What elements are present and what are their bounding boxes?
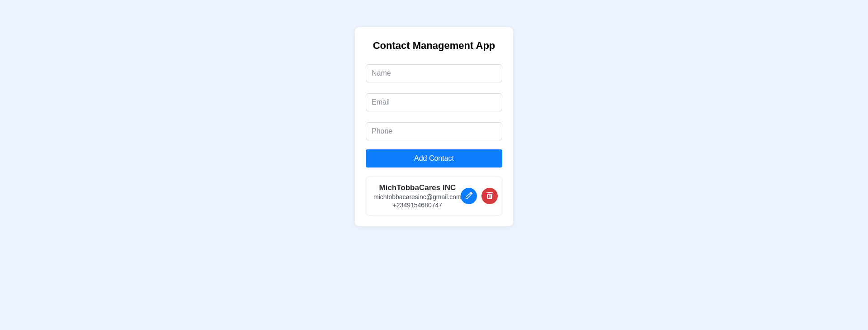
contact-email: michtobbacaresinc@gmail.com — [373, 193, 462, 201]
contact-actions — [461, 188, 498, 204]
edit-icon — [465, 192, 472, 201]
phone-input[interactable] — [366, 122, 502, 140]
add-contact-button[interactable]: Add Contact — [366, 149, 502, 167]
app-card: Contact Management App Add Contact MichT… — [355, 27, 513, 226]
contact-info: MichTobbaCares INC michtobbacaresinc@gma… — [373, 183, 462, 209]
contact-phone: +2349154680747 — [373, 201, 462, 209]
contact-card: MichTobbaCares INC michtobbacaresinc@gma… — [366, 177, 502, 215]
delete-contact-button[interactable] — [481, 188, 498, 204]
page-title: Contact Management App — [366, 40, 502, 52]
edit-contact-button[interactable] — [461, 188, 477, 204]
contact-name: MichTobbaCares INC — [373, 183, 462, 192]
email-input[interactable] — [366, 93, 502, 111]
trash-icon — [486, 192, 493, 201]
name-input[interactable] — [366, 64, 502, 82]
